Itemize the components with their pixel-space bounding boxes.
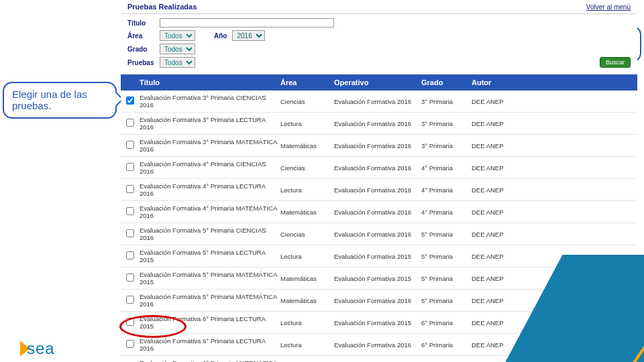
filters: Título Área Todos Año 2016 Grado Todos P… — [121, 14, 637, 74]
select-grado[interactable]: Todos — [160, 44, 195, 54]
cell-area: Matemáticas — [280, 297, 334, 304]
row-checkbox[interactable] — [126, 207, 134, 215]
cell-grado: 5° Primaria — [421, 275, 472, 282]
cell-autor: DEE ANEP — [472, 142, 632, 149]
cell-operativo: Evaluación Formativa 2015 — [334, 319, 421, 326]
cell-area: Lectura — [280, 120, 334, 127]
label-area: Área — [127, 32, 154, 40]
row-checkbox[interactable] — [126, 141, 134, 149]
cell-operativo: Evaluación Formativa 2015 — [334, 275, 421, 282]
cell-titulo: Evaluación Formativa 5° Primaria MATEMÁT… — [140, 293, 280, 308]
cell-titulo: Evaluación Formativa 4° Primaria MATEMÁT… — [140, 204, 280, 219]
cell-area: Matemáticas — [280, 275, 334, 282]
row-checkbox[interactable] — [126, 97, 134, 105]
row-checkbox[interactable] — [126, 274, 134, 282]
cell-titulo: Evaluación Formativa 3° Primaria LECTURA… — [140, 116, 280, 131]
cell-area: Lectura — [280, 253, 334, 260]
table-row: Evaluación Formativa 4° Primaria LECTURA… — [121, 179, 637, 201]
row-checkbox[interactable] — [126, 163, 134, 171]
cell-area: Matemáticas — [280, 208, 334, 216]
cell-titulo: Evaluación Formativa 3° Primaria CIENCIA… — [140, 94, 280, 109]
table-row: Evaluación Formativa 4° Primaria MATEMÁT… — [121, 201, 637, 223]
input-titulo[interactable] — [160, 18, 334, 27]
cell-autor: DEE ANEP — [472, 208, 632, 216]
cell-grado: 3° Primaria — [421, 120, 472, 127]
table-row: Evaluación Formativa 3° Primaria LECTURA… — [121, 113, 637, 135]
row-checkbox[interactable] — [126, 229, 134, 237]
cell-titulo: Evaluación Formativa 4° Primaria LECTURA… — [140, 182, 280, 197]
cell-titulo: Evaluación Formativa 3° Primaria MATEMÁT… — [140, 138, 280, 153]
cell-grado: 4° Primaria — [421, 164, 472, 172]
select-anio[interactable]: 2016 — [232, 30, 265, 41]
cell-grado: 4° Primaria — [421, 186, 472, 194]
cell-operativo: Evaluación Formativa 2016 — [334, 186, 421, 194]
cell-operativo: Evaluación Formativa 2015 — [334, 253, 421, 260]
cell-grado: 4° Primaria — [421, 208, 472, 216]
cell-operativo: Evaluación Formativa 2016 — [334, 164, 421, 172]
label-pruebas: Pruebas — [127, 59, 154, 66]
cell-area: Ciencias — [280, 231, 334, 238]
label-anio: Año — [214, 32, 227, 40]
buscar-button[interactable]: Buscar — [600, 57, 631, 68]
cell-area: Matemáticas — [280, 142, 334, 149]
table-row: Evaluación Formativa 3° Primaria CIENCIA… — [121, 90, 637, 113]
table-row: Evaluación Formativa 4° Primaria CIENCIA… — [121, 157, 637, 179]
cell-autor: DEE ANEP — [472, 231, 632, 238]
label-grado: Grado — [127, 46, 154, 53]
cell-area: Lectura — [280, 186, 334, 194]
cell-grado: 3° Primaria — [421, 98, 472, 105]
row-checkbox[interactable] — [126, 251, 134, 259]
cell-grado: 5° Primaria — [421, 297, 472, 304]
callout-elegir: Elegir una de las pruebas. — [3, 82, 117, 119]
th-operativo[interactable]: Operativo — [334, 78, 421, 86]
table-header: Título Área Operativo Grado Autor — [121, 74, 637, 90]
cell-titulo: Evaluación Formativa 5° Primaria CIENCIA… — [140, 227, 280, 241]
cell-grado: 5° Primaria — [421, 253, 472, 260]
th-area[interactable]: Área — [280, 78, 334, 86]
cell-area: Lectura — [280, 319, 334, 326]
cell-titulo: Evaluación Formativa 5° Primaria LECTURA… — [140, 249, 280, 263]
back-link[interactable]: Volver al menú — [586, 3, 631, 11]
cell-autor: DEE ANEP — [472, 120, 632, 127]
row-checkbox[interactable] — [126, 318, 134, 326]
page-title: Pruebas Realizadas — [127, 3, 197, 11]
cell-operativo: Evaluación Formativa 2016 — [334, 231, 421, 238]
cell-grado: 6° Primaria — [421, 319, 472, 326]
cell-operativo: Evaluación Formativa 2016 — [334, 142, 421, 149]
cell-autor: DEE ANEP — [472, 164, 632, 172]
label-titulo: Título — [127, 19, 154, 27]
logo-text: sea — [27, 339, 55, 358]
select-pruebas[interactable]: Todos — [160, 57, 195, 68]
cell-grado: 3° Primaria — [421, 142, 472, 149]
cell-operativo: Evaluación Formativa 2016 — [334, 120, 421, 127]
th-titulo[interactable]: Título — [140, 78, 280, 86]
row-checkbox[interactable] — [126, 185, 134, 193]
cell-area: Ciencias — [280, 164, 334, 172]
th-autor[interactable]: Autor — [472, 78, 632, 86]
cell-area: Ciencias — [280, 98, 334, 105]
table-row: Evaluación Formativa 3° Primaria MATEMÁT… — [121, 135, 637, 157]
select-area[interactable]: Todos — [160, 30, 195, 41]
table-row: Evaluación Formativa 5° Primaria CIENCIA… — [121, 223, 637, 245]
cell-titulo: Evaluación Formativa 6° Primaria LECTURA… — [140, 315, 280, 330]
th-grado[interactable]: Grado — [421, 78, 472, 86]
cell-operativo: Evaluación Formativa 2016 — [334, 297, 421, 304]
row-checkbox[interactable] — [126, 296, 134, 304]
cell-grado: 5° Primaria — [421, 231, 472, 238]
cell-autor: DEE ANEP — [472, 186, 632, 194]
cell-titulo: Evaluación Formativa 4° Primaria CIENCIA… — [140, 160, 280, 175]
cell-autor: DEE ANEP — [472, 98, 632, 105]
cell-operativo: Evaluación Formativa 2016 — [334, 208, 421, 216]
logo: sea — [0, 335, 644, 362]
row-checkbox[interactable] — [126, 119, 134, 127]
cell-operativo: Evaluación Formativa 2016 — [334, 98, 421, 105]
cell-titulo: Evaluación Formativa 5° Primaria MATEMÁT… — [140, 271, 280, 286]
